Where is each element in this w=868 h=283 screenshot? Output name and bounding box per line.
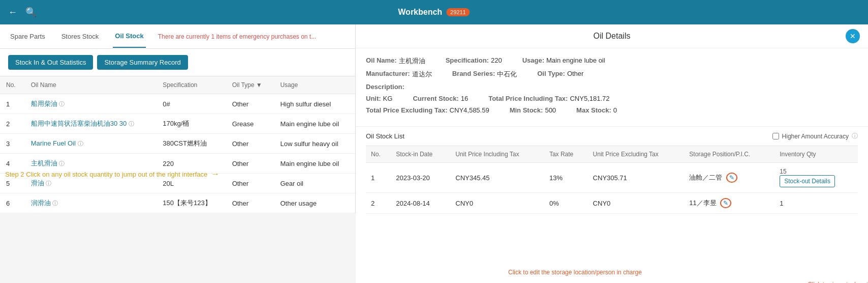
scol-tax-rate: Tax Rate (544, 146, 588, 163)
info-icon[interactable]: ⓘ (59, 101, 65, 107)
table-row: 6 润滑油 ⓘ 150【来号123】 Other Other usage (0, 193, 355, 213)
tab-stores-stock[interactable]: Stores Stock (59, 25, 101, 47)
storage-value: 油舱／二管 (689, 174, 722, 181)
usage-value: Main engine lube oil (546, 56, 605, 66)
info-icon[interactable]: ⓘ (59, 160, 65, 166)
cell-unit-price-exc: CNY0 (588, 193, 685, 214)
col-specification: Specification (157, 76, 226, 94)
unit-value: KG (383, 95, 393, 102)
cell-no: 4 (0, 154, 25, 174)
cell-unit-price-exc: CNY305.71 (588, 163, 685, 193)
tab-notice: There are currently 1 items of emergency… (158, 33, 347, 40)
edit-storage-icon[interactable]: ✎ (726, 173, 737, 183)
tab-spare-parts[interactable]: Spare Parts (8, 25, 47, 47)
oil-type-value: Other (567, 70, 584, 79)
cell-no: 1 (0, 94, 25, 114)
usage-label: Usage: (522, 56, 544, 66)
tab-oil-stock[interactable]: Oil Stock (113, 25, 145, 48)
info-icon[interactable]: ⓘ (129, 121, 134, 127)
unit-label: Unit: (366, 95, 381, 102)
cell-type: Other (226, 154, 274, 174)
col-usage: Usage (274, 76, 355, 94)
total-price-exc-label: Total Price Excluding Tax: (366, 106, 448, 114)
stock-out-btn[interactable]: Stock-out Details (780, 175, 835, 187)
cell-spec: 220 (157, 154, 226, 174)
max-stock-value: 0 (613, 106, 617, 114)
description-label: Description: (366, 83, 405, 91)
cell-tax-rate: 0% (544, 193, 588, 214)
oil-details: Oil Name: 主机滑油 Specification: 220 Usage:… (356, 48, 868, 127)
storage-summary-btn[interactable]: Storage Summary Record (97, 55, 188, 70)
scol-storage: Storage Position/P.I.C. (684, 146, 774, 163)
stock-list-section: Oil Stock List Higher Amount Accuracy ⓘ … (356, 127, 868, 283)
cell-usage: Main engine lube oil (274, 154, 355, 174)
stock-in-out-btn[interactable]: Stock In & Out Statistics (8, 55, 93, 70)
edit-storage-icon[interactable]: ✎ (720, 198, 731, 208)
manufacturer-value: 道达尔 (412, 70, 432, 79)
cell-name: 润滑油 ⓘ (25, 193, 157, 213)
tab-bar: Spare Parts Stores Stock Oil Stock There… (0, 24, 355, 49)
cell-no: 6 (0, 193, 25, 213)
min-stock-label: Min Stock: (510, 106, 543, 114)
cell-name: 滑油 ⓘ (25, 174, 157, 193)
info-icon[interactable]: ⓘ (78, 140, 83, 147)
cell-usage: Low sulfur heavy oil (274, 134, 355, 154)
table-row: 5 滑油 ⓘ 20L Other Gear oil (0, 174, 355, 193)
oil-name-label: Oil Name: (366, 56, 397, 66)
oil-name-link[interactable]: 滑油 (31, 179, 44, 187)
accuracy-checkbox-input[interactable] (772, 133, 779, 139)
accuracy-info-icon[interactable]: ⓘ (852, 132, 858, 140)
annotation-stockout: Click to view stock-out (808, 281, 868, 283)
search-icon[interactable]: 🔍 (25, 7, 37, 18)
stock-list-title: Oil Stock List (366, 132, 405, 140)
info-icon[interactable]: ⓘ (52, 200, 58, 206)
cell-name: 主机滑油 ⓘ (25, 154, 157, 174)
cell-type: Other (226, 174, 274, 193)
close-button[interactable]: ✕ (846, 29, 860, 43)
current-stock-value: 16 (461, 95, 468, 102)
scol-unit-price-inc: Unit Price Including Tax (450, 146, 544, 163)
workbench-badge: 29211 (446, 8, 470, 16)
total-price-inc-value: CNY5,181.72 (570, 95, 609, 102)
cell-qty: 1 (774, 193, 858, 214)
cell-name: Marine Fuel Oil ⓘ (25, 134, 157, 154)
scol-date: Stock-in Date (391, 146, 450, 163)
annotation-storage-text: Click to edit the storage location/perso… (508, 269, 642, 276)
cell-storage: 11／李昱 ✎ (684, 193, 774, 214)
cell-unit-price-inc: CNY0 (450, 193, 544, 214)
oil-name-link[interactable]: Marine Fuel Oil (31, 139, 76, 147)
cell-name: 船用中速筒状活塞柴油机油30 30 ⓘ (25, 114, 157, 134)
cell-name: 船用柴油 ⓘ (25, 94, 157, 114)
topbar: ← 🔍 Workbench 29211 (0, 0, 868, 24)
info-icon[interactable]: ⓘ (46, 180, 51, 186)
cell-type: Grease (226, 114, 274, 134)
col-oil-type[interactable]: Oil Type ▼ (226, 76, 274, 94)
oil-name-link[interactable]: 船用柴油 (31, 100, 57, 107)
toolbar: Stock In & Out Statistics Storage Summar… (0, 49, 355, 76)
cell-spec: 0# (157, 94, 226, 114)
oil-name-link[interactable]: 润滑油 (31, 199, 51, 207)
spec-value: 220 (491, 56, 502, 66)
cell-unit-price-inc: CNY345.45 (450, 163, 544, 193)
stock-list-header: Oil Stock List Higher Amount Accuracy ⓘ (356, 127, 868, 146)
cell-date: 2024-08-14 (391, 193, 450, 214)
max-stock-label: Max Stock: (576, 106, 611, 114)
oil-name-link[interactable]: 主机滑油 (31, 159, 57, 167)
oil-table: No. Oil Name Specification Oil Type ▼ Us… (0, 76, 355, 213)
table-row: 2 船用中速筒状活塞柴油机油30 30 ⓘ 170kg/桶 Grease Mai… (0, 114, 355, 134)
current-stock-label: Current Stock: (413, 95, 458, 102)
storage-value: 11／李昱 (689, 199, 716, 207)
col-oil-name: Oil Name (25, 76, 157, 94)
higher-amount-accuracy: Higher Amount Accuracy ⓘ (772, 132, 858, 140)
stock-table: No. Stock-in Date Unit Price Including T… (366, 146, 858, 214)
right-panel-header: Oil Details ✕ (356, 24, 868, 48)
oil-name-link[interactable]: 船用中速筒状活塞柴油机油30 30 (31, 120, 127, 127)
cell-storage: 油舱／二管 ✎ (684, 163, 774, 193)
cell-date: 2023-03-20 (391, 163, 450, 193)
left-panel: Spare Parts Stores Stock Oil Stock There… (0, 24, 356, 213)
main-container: Spare Parts Stores Stock Oil Stock There… (0, 24, 868, 283)
table-row: 4 主机滑油 ⓘ 220 Other Main engine lube oil (0, 154, 355, 174)
right-panel: Oil Details ✕ Oil Name: 主机滑油 Specificati… (356, 24, 868, 283)
back-icon[interactable]: ← (8, 7, 17, 18)
manufacturer-label: Manufacturer: (366, 70, 410, 79)
